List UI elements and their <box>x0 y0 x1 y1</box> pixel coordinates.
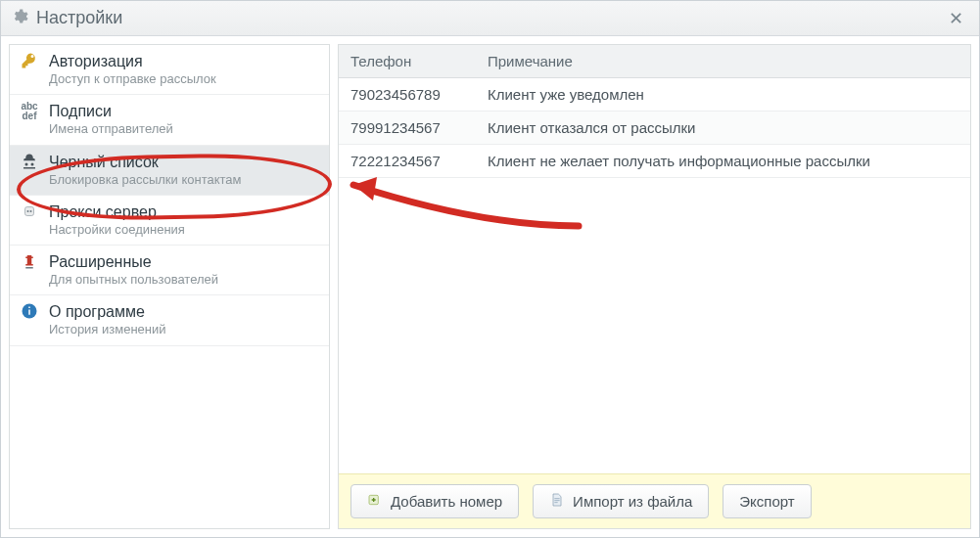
sidebar-item-proxy[interactable]: Прокси сервер Настройки соединения <box>10 196 329 246</box>
sidebar-item-advanced[interactable]: Расширенные Для опытных пользователей <box>10 246 329 295</box>
table-row[interactable]: 79991234567 Клиент отказался от рассылки <box>339 112 970 145</box>
table-row[interactable]: 72221234567 Клиент не желает получать ин… <box>339 145 970 178</box>
sidebar-item-about[interactable]: О программе История изменений <box>10 295 329 345</box>
file-icon <box>549 492 565 511</box>
sidebar-item-signatures[interactable]: abcdef Подписи Имена отправителей <box>10 95 329 145</box>
sidebar-item-auth[interactable]: Авторизация Доступ к отправке рассылок <box>10 45 329 95</box>
window-title: Настройки <box>36 8 122 28</box>
cell-phone: 79991234567 <box>339 112 476 145</box>
plug-icon <box>20 202 39 234</box>
sidebar-item-title: Подписи <box>49 102 173 121</box>
cell-phone: 72221234567 <box>339 145 476 178</box>
column-header-phone[interactable]: Телефон <box>339 45 476 78</box>
table-row[interactable]: 79023456789 Клиент уже уведомлен <box>339 78 970 112</box>
sidebar-item-title: О программе <box>49 302 166 322</box>
sidebar-item-subtitle: Имена отправителей <box>49 121 173 137</box>
add-number-button[interactable]: Добавить номер <box>350 484 519 518</box>
svg-rect-5 <box>28 310 30 315</box>
close-button[interactable]: ✕ <box>943 6 969 31</box>
key-icon <box>20 52 39 83</box>
titlebar: Настройки ✕ <box>1 1 979 36</box>
svg-point-2 <box>30 210 32 212</box>
settings-dialog: Настройки ✕ Авторизация Доступ к отправк… <box>0 0 980 538</box>
cell-note: Клиент не желает получать информационные… <box>476 145 970 178</box>
sidebar-item-title: Черный список <box>49 153 242 172</box>
sidebar-item-subtitle: История изменений <box>49 322 166 337</box>
sidebar-item-title: Расширенные <box>49 252 218 272</box>
sidebar-item-subtitle: Настройки соединения <box>49 222 185 238</box>
sidebar: Авторизация Доступ к отправке рассылок a… <box>9 44 330 529</box>
button-label: Экспорт <box>739 493 794 510</box>
main-panel: Телефон Примечание 79023456789 Клиент уж… <box>338 44 971 529</box>
sidebar-item-title: Прокси сервер <box>49 202 185 222</box>
svg-rect-0 <box>25 206 34 215</box>
gear-icon <box>11 8 28 28</box>
hydrant-icon <box>20 252 39 284</box>
abc-icon: abcdef <box>20 102 39 133</box>
sidebar-item-title: Авторизация <box>49 52 216 71</box>
sidebar-item-subtitle: Для опытных пользователей <box>49 272 218 288</box>
add-icon <box>367 492 383 511</box>
blacklist-table: Телефон Примечание 79023456789 Клиент уж… <box>339 45 970 178</box>
svg-rect-3 <box>25 267 33 269</box>
sidebar-item-subtitle: Доступ к отправке рассылок <box>49 71 216 87</box>
import-button[interactable]: Импорт из файла <box>533 484 709 518</box>
cell-note: Клиент отказался от рассылки <box>476 112 970 145</box>
sidebar-item-blacklist[interactable]: Черный список Блокировка рассылки контак… <box>10 146 329 196</box>
info-icon <box>20 302 39 334</box>
cell-phone: 79023456789 <box>339 78 476 112</box>
sidebar-item-subtitle: Блокировка рассылки контактам <box>49 172 242 188</box>
svg-point-1 <box>27 210 29 212</box>
export-button[interactable]: Экспорт <box>723 484 811 518</box>
cell-note: Клиент уже уведомлен <box>476 78 970 112</box>
button-label: Добавить номер <box>391 493 502 510</box>
toolbar: Добавить номер Импорт из файла Экспорт <box>339 473 970 528</box>
spy-icon <box>20 153 39 184</box>
button-label: Импорт из файла <box>573 493 692 510</box>
column-header-note[interactable]: Примечание <box>476 45 970 78</box>
svg-rect-6 <box>28 307 30 309</box>
